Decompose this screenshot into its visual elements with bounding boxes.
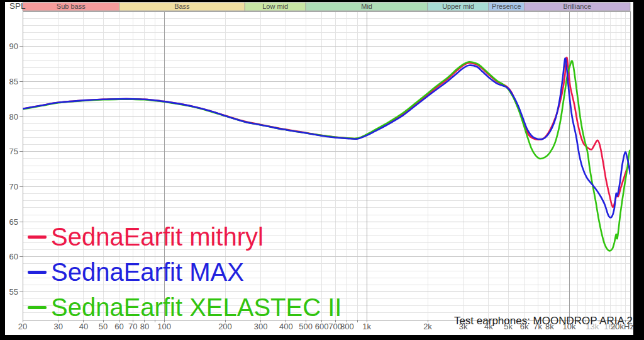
x-tick-label: 400 xyxy=(279,322,293,331)
legend-item-mithryl: SednaEarfit mithryl xyxy=(28,222,341,252)
y-tick-label: 65 xyxy=(9,217,18,227)
band-label: Brilliance xyxy=(563,3,591,10)
y-tick-label: 70 xyxy=(9,182,18,191)
legend-label: SednaEarfit mithryl xyxy=(51,222,264,252)
x-tick-label: 20 xyxy=(18,322,27,331)
x-tick-label: 40 xyxy=(79,322,88,331)
x-tick-label: 500 xyxy=(299,322,313,331)
x-tick-label: 2k xyxy=(423,322,432,331)
band-label: Low mid xyxy=(262,3,288,10)
legend-line-swatch xyxy=(28,235,47,239)
legend-label: SednaEarfit XELASTEC II xyxy=(51,292,341,322)
legend-line-swatch xyxy=(28,306,47,309)
y-tick-label: 90 xyxy=(9,42,18,51)
x-tick-label: 200 xyxy=(218,322,232,331)
y-tick-label: 60 xyxy=(9,252,18,261)
x-tick-label: 50 xyxy=(99,322,108,331)
x-tick-label: 70 xyxy=(128,322,137,331)
y-tick-label: 85 xyxy=(9,77,18,86)
y-tick-label: 75 xyxy=(9,147,18,156)
legend-line-swatch xyxy=(28,271,47,274)
band-label: Sub bass xyxy=(57,3,86,10)
spl-axis-title: SPL xyxy=(9,1,26,11)
band-label: Presence xyxy=(492,3,521,10)
legend-item-xelastec: SednaEarfit XELASTEC II xyxy=(28,292,341,322)
band-label: Bass xyxy=(174,3,190,10)
x-tick-label: 30 xyxy=(53,322,62,331)
y-tick-label: 55 xyxy=(9,287,18,297)
band-label: Mid xyxy=(361,3,372,10)
x-tick-label: 800 xyxy=(340,322,354,331)
test-earphones-note: Test earphones: MOONDROP ARIA 2 xyxy=(454,315,633,327)
x-tick-label: 80 xyxy=(140,322,149,331)
legend: SednaEarfit mithryl SednaEarfit MAX Sedn… xyxy=(28,222,341,322)
legend-item-max: SednaEarfit MAX xyxy=(28,257,341,287)
frequency-band-bar: Sub bassBassLow midMidUpper midPresenceB… xyxy=(23,3,630,11)
x-tick-label: 100 xyxy=(157,322,171,331)
x-tick-label: 60 xyxy=(114,322,123,331)
x-tick-label: 600 xyxy=(315,322,329,331)
band-label: Upper mid xyxy=(442,3,474,10)
x-tick-label: 300 xyxy=(254,322,268,331)
screenshot-root: { "chart_data": { "type": "line", "title… xyxy=(0,0,644,340)
y-tick-label: 80 xyxy=(9,112,18,122)
legend-label: SednaEarfit MAX xyxy=(51,257,244,287)
x-tick-label: 1k xyxy=(362,322,371,331)
